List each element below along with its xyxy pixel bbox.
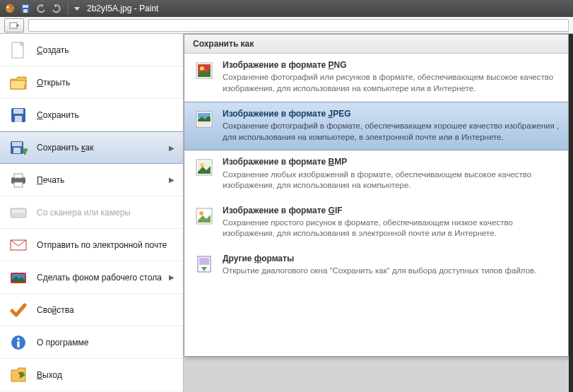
saveas-option-title: Другие форматы (223, 253, 560, 264)
qat-undo-icon[interactable] (34, 1, 48, 16)
other-format-icon (193, 253, 215, 275)
wallpaper-icon (8, 268, 28, 287)
qat-save-icon[interactable] (18, 1, 33, 16)
save-as-submenu: Сохранить как Изображение в формате PNGС… (184, 34, 569, 357)
menu-item-label: Открыть (37, 78, 175, 88)
menu-item-new[interactable]: Создать (0, 34, 183, 66)
qat-redo-icon[interactable] (49, 1, 64, 16)
menu-item-scanner: Со сканера или камеры (0, 196, 183, 229)
saveas-option-jpeg[interactable]: Изображение в формате JPEGСохранение фот… (184, 102, 568, 150)
check-icon (8, 300, 28, 320)
menu-item-label: Сохранить (37, 110, 175, 120)
info-icon (8, 333, 28, 352)
save-icon (8, 105, 28, 125)
quick-access-toolbar (3, 1, 81, 16)
application-menu: СоздатьОткрытьСохранитьСохранить как▶Печ… (0, 34, 184, 392)
svg-point-28 (200, 66, 204, 71)
menu-item-print[interactable]: Печать▶ (0, 164, 183, 196)
svg-rect-17 (14, 182, 23, 187)
svg-point-24 (17, 338, 20, 340)
saveas-option-title: Изображение в формате JPEG (223, 108, 560, 119)
menu-item-about[interactable]: О программе (0, 326, 183, 359)
menu-item-save[interactable]: Сохранить (0, 99, 183, 131)
svg-point-0 (6, 4, 14, 13)
bmp-icon (193, 156, 215, 179)
qat-customize-dropdown[interactable] (73, 1, 81, 16)
svg-rect-14 (13, 148, 20, 153)
svg-rect-16 (14, 174, 23, 178)
filename-label: 2b2yI5A.jpg (87, 4, 131, 13)
svg-rect-19 (12, 210, 25, 213)
saveas-option-title: Изображение в формате BMP (223, 156, 560, 167)
svg-point-3 (11, 9, 13, 11)
gif-icon (193, 205, 215, 227)
saveas-option-png[interactable]: Изображение в формате PNGСохранение фото… (184, 54, 568, 102)
menu-item-label: Создать (37, 45, 175, 55)
saveas-option-bmp[interactable]: Изображение в формате BMPСохранение любы… (184, 150, 568, 198)
menu-item-label: Сохранить как (37, 143, 169, 153)
new-doc-icon (8, 40, 28, 60)
svg-rect-10 (13, 109, 23, 114)
menu-item-exit[interactable]: Выход (0, 359, 183, 391)
print-icon (8, 170, 28, 190)
jpeg-icon (193, 108, 215, 131)
chevron-right-icon: ▶ (169, 273, 175, 281)
svg-rect-31 (198, 121, 211, 126)
background-app-strip (569, 34, 573, 392)
saveas-option-gif[interactable]: Изображение в формате GIFСохранение прос… (184, 199, 568, 247)
ribbon-row (0, 17, 573, 34)
saveas-option-desc: Сохранение фотографий в формате, обеспеч… (223, 121, 560, 143)
mail-icon (8, 235, 28, 255)
saveas-option-desc: Открытие диалогового окна "Сохранить как… (223, 266, 560, 277)
menu-item-label: Отправить по электронной почте (37, 240, 175, 250)
menu-item-label: Со сканера или камеры (37, 208, 175, 218)
png-icon (193, 59, 215, 82)
menu-item-label: Сделать фоном рабочего стола (37, 273, 169, 283)
saveas-option-other[interactable]: Другие форматыОткрытие диалогового окна … (184, 247, 568, 285)
exit-icon (8, 365, 28, 385)
svg-rect-5 (23, 5, 28, 8)
svg-rect-7 (10, 23, 17, 28)
saveas-option-desc: Сохранение фотографий или рисунков в фор… (223, 72, 560, 94)
open-folder-icon (8, 73, 28, 93)
menu-item-sendmail[interactable]: Отправить по электронной почте (0, 229, 183, 261)
svg-rect-11 (15, 116, 22, 122)
menu-item-wallpaper[interactable]: Сделать фоном рабочего стола▶ (0, 261, 183, 294)
svg-rect-18 (11, 208, 26, 218)
menu-item-saveas[interactable]: Сохранить как▶ (0, 131, 183, 164)
paint-logo-icon[interactable] (3, 1, 17, 16)
submenu-title: Сохранить как (184, 35, 568, 54)
svg-rect-6 (23, 9, 28, 13)
menu-item-label: Печать (37, 175, 169, 185)
appname-label: Paint (139, 4, 158, 13)
svg-rect-25 (17, 341, 19, 348)
saveas-option-title: Изображение в формате PNG (223, 59, 560, 71)
saveas-option-desc: Сохранение простого рисунок в формате, о… (223, 218, 560, 239)
svg-point-2 (11, 6, 13, 8)
svg-point-37 (199, 211, 203, 215)
ribbon-empty-area (28, 19, 569, 32)
saveas-option-title: Изображение в формате GIF (223, 205, 560, 216)
svg-point-1 (7, 6, 9, 8)
window-title: 2b2yI5A.jpg - Paint (87, 4, 158, 13)
svg-point-34 (200, 163, 204, 167)
titlebar: 2b2yI5A.jpg - Paint (0, 0, 573, 17)
scanner-icon (8, 203, 28, 222)
menu-item-label: Свойства (37, 305, 175, 315)
menu-item-open[interactable]: Открыть (0, 66, 183, 99)
svg-rect-39 (199, 258, 209, 265)
saveas-option-desc: Сохранение любых изображений в формате, … (223, 170, 560, 191)
application-menu-button[interactable] (4, 18, 24, 32)
menu-item-props[interactable]: Свойства (0, 294, 183, 326)
menu-item-label: О программе (37, 338, 175, 348)
saveas-icon (8, 138, 28, 158)
menu-item-label: Выход (37, 370, 175, 380)
chevron-right-icon: ▶ (169, 144, 175, 152)
chevron-right-icon: ▶ (169, 176, 175, 184)
svg-rect-13 (12, 142, 22, 146)
